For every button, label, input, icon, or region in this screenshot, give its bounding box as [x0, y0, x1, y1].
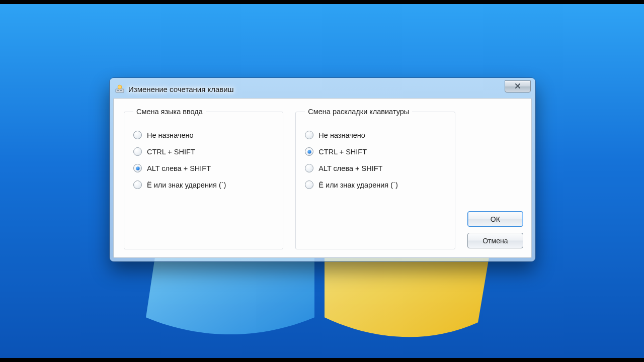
desktop-wallpaper: Изменение сочетания клавиш Смена языка в…	[0, 0, 644, 362]
svg-rect-2	[116, 89, 124, 93]
svg-rect-5	[120, 90, 121, 90]
radio-icon	[133, 180, 142, 189]
dialog-content: Смена языка ввода Не назначено CTRL + SH…	[124, 108, 523, 249]
keyboard-layout-option-not-assigned[interactable]: Не назначено	[305, 131, 445, 139]
radio-label: Не назначено	[147, 131, 194, 139]
radio-label: Ё или знак ударения (`)	[318, 181, 397, 189]
svg-rect-3	[117, 90, 118, 90]
keyboard-layout-group: Смена раскладки клавиатуры Не назначено …	[295, 108, 455, 249]
hotkey-change-dialog: Изменение сочетания клавиш Смена языка в…	[110, 78, 535, 261]
keyboard-layout-legend: Смена раскладки клавиатуры	[305, 108, 412, 116]
radio-label: ALT слева + SHIFT	[318, 164, 382, 172]
radio-label: Не назначено	[318, 131, 365, 139]
input-language-option-grave-accent[interactable]: Ё или знак ударения (`)	[133, 180, 274, 189]
keyboard-layout-icon	[115, 84, 124, 94]
dialog-title: Изменение сочетания клавиш	[128, 85, 234, 94]
radio-icon	[305, 131, 313, 139]
dialog-buttons: ОК Отмена	[467, 211, 523, 249]
radio-label: ALT слева + SHIFT	[147, 164, 211, 172]
ok-button[interactable]: ОК	[467, 211, 523, 227]
radio-label: CTRL + SHIFT	[147, 148, 195, 156]
keyboard-layout-option-ctrl-shift[interactable]: CTRL + SHIFT	[305, 147, 445, 156]
keyboard-layout-option-grave-accent[interactable]: Ё или знак ударения (`)	[305, 180, 445, 189]
close-button[interactable]	[505, 80, 531, 93]
input-language-option-not-assigned[interactable]: Не назначено	[133, 131, 274, 139]
input-language-option-alt-left-shift[interactable]: ALT слева + SHIFT	[133, 164, 274, 172]
cancel-button[interactable]: Отмена	[467, 233, 523, 248]
input-language-group: Смена языка ввода Не назначено CTRL + SH…	[124, 108, 283, 249]
radio-icon	[305, 147, 313, 156]
radio-icon	[133, 164, 142, 172]
svg-rect-6	[121, 90, 122, 90]
radio-label: Ё или знак ударения (`)	[147, 181, 226, 189]
radio-icon	[133, 131, 142, 139]
radio-label: CTRL + SHIFT	[318, 148, 367, 156]
radio-icon	[133, 147, 142, 156]
input-language-option-ctrl-shift[interactable]: CTRL + SHIFT	[133, 147, 274, 156]
close-icon	[515, 82, 521, 90]
dialog-client-area: Смена языка ввода Не назначено CTRL + SH…	[113, 98, 532, 258]
dialog-titlebar[interactable]: Изменение сочетания клавиш	[113, 81, 532, 97]
radio-icon	[305, 180, 313, 189]
svg-rect-4	[118, 90, 119, 90]
letterbox-top	[0, 0, 644, 4]
input-language-legend: Смена языка ввода	[133, 108, 206, 116]
svg-point-7	[118, 85, 122, 89]
keyboard-layout-option-alt-left-shift[interactable]: ALT слева + SHIFT	[305, 164, 445, 172]
radio-icon	[305, 164, 313, 172]
